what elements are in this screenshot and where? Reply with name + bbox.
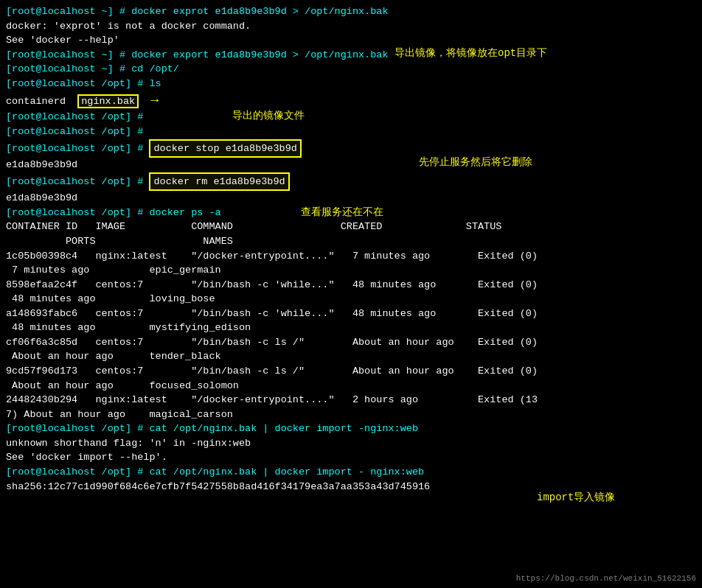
line-6: [root@localhost /opt] # ls [6,77,696,91]
line-2: docker: 'exprot' is not a docker command… [6,19,696,34]
prompt-4: [root@localhost ~] # docker export e1da8… [6,49,388,60]
nginx-bak-highlight: nginx.bak [77,94,139,108]
watermark: https://blog.csdn.net/weixin_51622156 [516,573,696,585]
line-16: PORTS NAMES [6,234,696,249]
arrow-icon: → [150,93,159,108]
line-15: CONTAINER ID IMAGE COMMAND CREATED STATU… [6,220,696,234]
line-import-err1: unknown shorthand flag: 'n' in -nginx:we… [6,436,696,451]
table-row-3b: 48 minutes ago mystifying_edison [6,321,696,335]
table-row-6b: 7) About an hour ago magical_carson [6,407,696,422]
terminal: [root@localhost ~] # docker exprot e1da8… [0,0,702,588]
annotation-nginx-bak: 导出的镜像文件 [232,108,305,123]
annotation-ps: 查看服务还在不在 [301,205,383,220]
table-row-5b: About an hour ago focused_solomon [6,379,696,393]
output-11: e1da8b9e3b9d [6,159,77,170]
prompt-5: [root@localhost ~] # cd /opt/ [6,63,179,74]
docker-stop-box: docker stop e1da8b9e3b9d [149,139,301,158]
line-11: e1da8b9e3b9d [6,158,696,172]
prompt-1: [root@localhost ~] # docker exprot e1da8… [6,6,388,17]
line-9: [root@localhost /opt] # [6,125,696,139]
prompt-import-1: [root@localhost /opt] # cat /opt/nginx.b… [6,423,418,434]
line-1: [root@localhost ~] # docker exprot e1da8… [6,4,696,19]
prompt-12: [root@localhost /opt] # [6,176,149,187]
line-import-err2: See 'docker import --help'. [6,450,696,465]
prompt-8: [root@localhost /opt] # [6,111,143,122]
line-8: [root@localhost /opt] # [6,110,696,125]
table-header: CONTAINER ID IMAGE COMMAND CREATED STATU… [6,221,501,232]
line-import-1: [root@localhost /opt] # cat /opt/nginx.b… [6,421,696,436]
docker-rm-box: docker rm e1da8b9e3b9d [149,172,289,192]
annotation-export: 导出镜像，将镜像放在opt目录下 [395,46,547,60]
line-3: See 'docker --help' [6,33,696,48]
line-13: e1da8b9e3b9d [6,191,696,206]
line-import-2: [root@localhost /opt] # cat /opt/nginx.b… [6,465,696,480]
prompt-import-2: [root@localhost /opt] # cat /opt/nginx.b… [6,466,424,477]
table-row-3a: a148693fabc6 centos:7 "/bin/bash -c 'whi… [6,307,696,321]
table-header-2: PORTS NAMES [6,236,233,247]
output-7b [139,96,150,107]
table-row-1b: 7 minutes ago epic_germain [6,263,696,278]
annotation-stop-rm: 先停止服务然后将它删除 [419,155,532,169]
table-row-1a: 1c05b00398c4 nginx:latest "/docker-entry… [6,249,696,264]
line-7: containerd nginx.bak → [6,91,696,110]
table-row-4a: cf06f6a3c85d centos:7 "/bin/bash -c ls /… [6,335,696,350]
table-row-2b: 48 minutes ago loving_bose [6,292,696,307]
table-row-5a: 9cd57f96d173 centos:7 "/bin/bash -c ls /… [6,364,696,379]
output-7a: containerd [6,96,77,107]
annotation-import: import导入镜像 [537,490,615,505]
output-2: docker: 'exprot' is not a docker command… [6,21,251,32]
output-13: e1da8b9e3b9d [6,192,77,203]
output-3: See 'docker --help' [6,35,119,46]
line-5: [root@localhost ~] # cd /opt/ [6,62,696,77]
line-10: [root@localhost /opt] # docker stop e1da… [6,139,696,158]
prompt-9: [root@localhost /opt] # [6,126,143,137]
table-row-6a: 24482430b294 nginx:latest "/docker-entry… [6,393,696,407]
prompt-6: [root@localhost /opt] # ls [6,78,161,89]
line-4: [root@localhost ~] # docker export e1da8… [6,48,696,63]
prompt-14: [root@localhost /opt] # docker ps -a [6,207,221,218]
table-row-2a: 8598efaa2c4f centos:7 "/bin/bash -c 'whi… [6,278,696,293]
table-row-4b: About an hour ago tender_black [6,349,696,364]
prompt-10: [root@localhost /opt] # [6,143,149,154]
line-12: [root@localhost /opt] # docker rm e1da8b… [6,172,696,192]
